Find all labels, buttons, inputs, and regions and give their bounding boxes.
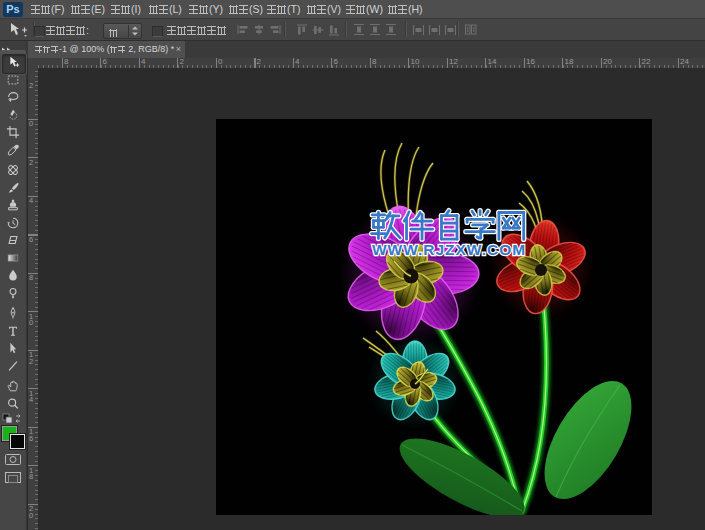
svg-text:WWW.RJZXW.COM: WWW.RJZXW.COM: [372, 241, 526, 258]
